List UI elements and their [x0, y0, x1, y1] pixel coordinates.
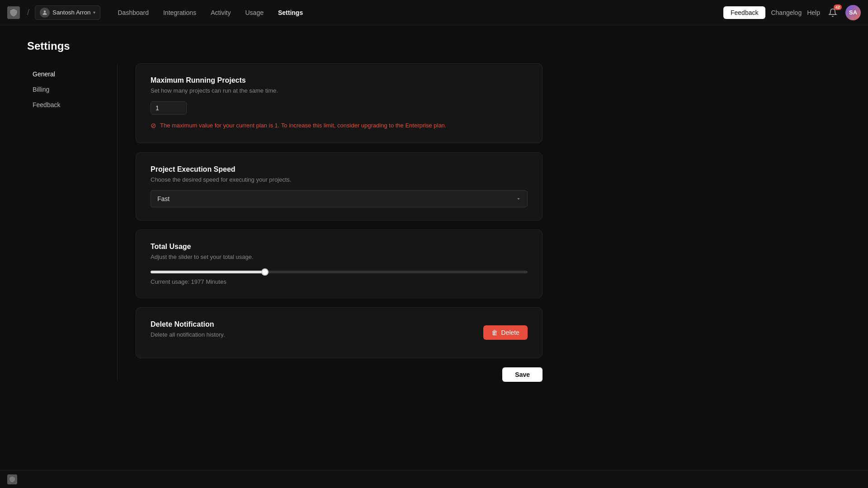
workspace-avatar	[40, 8, 50, 18]
content-layout: General Billing Feedback Maximum Running…	[27, 63, 841, 382]
execution-speed-desc: Choose the desired speed for executing y…	[151, 176, 528, 183]
workspace-chevron-icon: ▾	[93, 10, 95, 15]
workspace-switcher[interactable]: Santosh Arron ▾	[35, 5, 100, 20]
nav-integrations[interactable]: Integrations	[157, 6, 203, 19]
execution-speed-title: Project Execution Speed	[151, 165, 528, 174]
delete-notification-button[interactable]: 🗑 Delete	[483, 325, 528, 340]
topnav-right: Feedback Changelog Help 42 SA	[723, 5, 861, 20]
warning-row: ⊘ The maximum value for your current pla…	[151, 121, 528, 130]
delete-btn-label: Delete	[501, 329, 519, 336]
total-usage-title: Total Usage	[151, 243, 528, 251]
trash-icon: 🗑	[491, 329, 498, 336]
changelog-link[interactable]: Changelog	[771, 9, 802, 16]
nav-links: Dashboard Integrations Activity Usage Se…	[111, 6, 720, 19]
usage-slider[interactable]	[151, 271, 528, 273]
nav-settings[interactable]: Settings	[272, 6, 309, 19]
max-running-input[interactable]	[151, 101, 187, 115]
nav-dashboard[interactable]: Dashboard	[111, 6, 155, 19]
page-title: Settings	[27, 40, 841, 52]
nav-separator: /	[27, 8, 29, 17]
sidebar-item-feedback[interactable]: Feedback	[27, 98, 106, 112]
save-row: Save	[136, 367, 542, 382]
save-button[interactable]: Save	[502, 367, 542, 382]
execution-speed-select[interactable]: Fast Medium Slow	[151, 190, 528, 207]
feedback-button[interactable]: Feedback	[723, 6, 765, 19]
settings-sidebar: General Billing Feedback	[27, 63, 118, 382]
max-running-title: Maximum Running Projects	[151, 76, 528, 84]
settings-main: Maximum Running Projects Set how many pr…	[118, 63, 542, 382]
svg-point-0	[44, 10, 46, 13]
max-running-projects-card: Maximum Running Projects Set how many pr…	[136, 63, 542, 143]
nav-usage[interactable]: Usage	[239, 6, 270, 19]
page-content: Settings General Billing Feedback Maximu…	[0, 25, 868, 396]
notification-button[interactable]: 42	[826, 5, 840, 20]
slider-container	[151, 267, 528, 275]
warning-icon: ⊘	[151, 122, 156, 130]
help-link[interactable]: Help	[807, 9, 820, 16]
notification-badge: 42	[834, 5, 842, 10]
top-navigation: / Santosh Arron ▾ Dashboard Integrations…	[0, 0, 868, 25]
logo-area	[7, 6, 20, 19]
max-running-desc: Set how many projects can run at the sam…	[151, 87, 528, 94]
sidebar-item-billing[interactable]: Billing	[27, 82, 106, 97]
delete-notification-card: Delete Notification Delete all notificat…	[136, 307, 542, 358]
delete-notification-title: Delete Notification	[151, 320, 225, 328]
bottom-logo-icon	[7, 474, 17, 484]
current-usage-label: Current usage: 1977 Minutes	[151, 278, 528, 285]
warning-text: The maximum value for your current plan …	[160, 121, 446, 130]
delete-notification-info: Delete Notification Delete all notificat…	[151, 320, 225, 345]
total-usage-card: Total Usage Adjust the slider to set you…	[136, 230, 542, 298]
app-logo-icon	[7, 6, 20, 19]
user-avatar[interactable]: SA	[845, 5, 861, 20]
bottom-bar	[0, 470, 868, 488]
delete-notification-desc: Delete all notification history.	[151, 331, 225, 338]
total-usage-desc: Adjust the slider to set your total usag…	[151, 253, 528, 260]
nav-activity[interactable]: Activity	[204, 6, 237, 19]
sidebar-item-general[interactable]: General	[27, 67, 106, 81]
execution-speed-card: Project Execution Speed Choose the desir…	[136, 152, 542, 221]
workspace-name: Santosh Arron	[52, 9, 90, 16]
